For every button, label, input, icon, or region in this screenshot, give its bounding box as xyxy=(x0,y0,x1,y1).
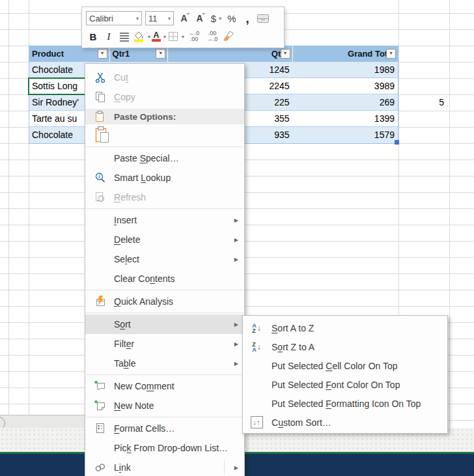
submenu-item-label: Sort Z to A xyxy=(272,342,314,352)
submenu-item-label: Put Selected Font Color On Top xyxy=(272,380,400,390)
menu-separator xyxy=(86,417,244,417)
menu-item-clear-contents[interactable]: Clear Contents xyxy=(85,269,244,288)
menu-item-link[interactable]: Link▶ xyxy=(85,458,244,476)
submenu-item-put-selected-font-color-on-top[interactable]: Put Selected Font Color On Top xyxy=(243,375,447,394)
font-name-select[interactable]: Calibri ▾ xyxy=(86,11,142,25)
chevron-down-icon: ▾ xyxy=(148,34,150,40)
italic-button[interactable]: I xyxy=(102,29,116,44)
submenu-item-custom-sort[interactable]: ↓↑Custom Sort… xyxy=(243,413,447,432)
submenu-item-put-selected-formatting-icon-on-top[interactable]: Put Selected Formatting Icon On Top xyxy=(243,394,447,413)
mini-toolbar-row-2: B I ▾ A ▾ ▾ ←.0 xyxy=(86,27,280,46)
svg-text:↔: ↔ xyxy=(260,16,266,22)
menu-item-filter[interactable]: Filter▶ xyxy=(85,334,244,354)
fill-color-button[interactable]: ▾ xyxy=(133,29,150,44)
font-name-value: Calibri xyxy=(89,14,113,23)
menu-item-label: Pick From Drop-down List… xyxy=(114,443,228,453)
submenu-item-label: Put Selected Cell Color On Top xyxy=(272,361,398,371)
mini-toolbar: Calibri ▾ 11 ▾ A ˆ A ˇ $ ▾ % xyxy=(81,7,285,48)
filter-dropdown-icon[interactable]: ▾ xyxy=(156,49,165,59)
column-header-product[interactable]: Product▾ xyxy=(29,46,110,62)
paste-icon xyxy=(92,111,109,122)
font-color-icon: A xyxy=(152,31,161,42)
font-color-button[interactable]: A ▾ xyxy=(152,29,166,44)
submenu-arrow-icon: ▶ xyxy=(234,257,238,262)
menu-item-label: Sort xyxy=(114,319,131,329)
submenu-arrow-icon: ▶ xyxy=(234,237,238,243)
sort-za-icon: ZA↓ xyxy=(248,342,265,352)
menu-item-quick-analysis[interactable]: Quick Analysis xyxy=(85,292,244,311)
cell-grand_total[interactable]: 3989 xyxy=(293,78,398,94)
menu-item-label: Insert xyxy=(114,215,137,225)
menu-item-cut: Cut xyxy=(85,68,244,87)
cell-grand_total[interactable]: 269 xyxy=(293,94,398,110)
chevron-down-icon: ▾ xyxy=(163,34,166,40)
borders-button[interactable]: ▾ xyxy=(167,29,184,44)
cell-grand_total[interactable]: 1399 xyxy=(293,111,398,126)
new-note-icon xyxy=(92,400,109,412)
menu-item-new-comment[interactable]: New Comment xyxy=(85,376,244,396)
menu-item-sort[interactable]: Sort▶ xyxy=(85,315,244,334)
column-header-qtr1[interactable]: Qtr1▾ xyxy=(110,46,169,62)
menu-separator xyxy=(86,147,244,147)
comma-style-button[interactable]: , xyxy=(240,10,255,26)
merge-center-icon[interactable]: ↔ xyxy=(256,10,270,26)
submenu-arrow-icon: ▶ xyxy=(234,361,238,367)
submenu-arrow-icon: ▶ xyxy=(234,465,238,471)
caret-down-icon: ˇ xyxy=(202,12,205,20)
menu-item-select[interactable]: Select▶ xyxy=(85,249,244,269)
menu-item-new-note[interactable]: New Note xyxy=(85,396,244,415)
menu-item-copy: Copy xyxy=(85,87,244,107)
scissors-icon xyxy=(92,72,109,83)
shrink-font-button[interactable]: A ˇ xyxy=(193,10,208,26)
menu-item-label: Copy xyxy=(114,92,135,102)
menu-label-paste-options: Paste Options: xyxy=(85,109,244,124)
fill-handle[interactable] xyxy=(395,140,399,145)
submenu-item-sort-a-to-z[interactable]: AZ↓Sort A to Z xyxy=(243,318,447,337)
menu-separator xyxy=(86,374,244,375)
copy-icon xyxy=(92,91,109,103)
align-center-icon[interactable] xyxy=(117,29,132,44)
menu-item-pick-from-dropdown-list[interactable]: Pick From Drop-down List… xyxy=(85,438,244,458)
table-header-row: Product▾Qtr1▾Qtr2▾Grand Total▾ xyxy=(29,46,398,62)
submenu-item-sort-z-to-a[interactable]: ZA↓Sort Z to A xyxy=(243,337,447,356)
menu-item-insert[interactable]: Insert▶ xyxy=(85,210,244,230)
cell-grand_total[interactable]: 1989 xyxy=(293,62,398,77)
menu-item-delete[interactable]: Delete▶ xyxy=(85,230,244,249)
submenu-item-put-selected-cell-color-on-top[interactable]: Put Selected Cell Color On Top xyxy=(243,356,447,375)
menu-item-label: Link xyxy=(114,462,131,473)
paste-options-row xyxy=(85,124,244,145)
font-size-value: 11 xyxy=(148,14,158,23)
menu-item-label: Paste Special… xyxy=(114,153,179,163)
column-header-grand-total[interactable]: Grand Total▾ xyxy=(293,46,398,62)
menu-item-smart-lookup[interactable]: iSmart Lookup xyxy=(85,168,244,188)
submenu-item-label: Custom Sort… xyxy=(272,417,331,428)
menu-item-label: Select xyxy=(114,254,139,264)
filter-dropdown-icon[interactable]: ▾ xyxy=(98,49,107,59)
cell-grand_total[interactable]: 1579 xyxy=(293,127,398,143)
mini-toolbar-row-1: Calibri ▾ 11 ▾ A ˆ A ˇ $ ▾ % xyxy=(86,9,280,27)
cell-outside-table[interactable]: 5 xyxy=(398,94,448,111)
menu-item-label: Filter xyxy=(114,339,134,349)
column-header-qtr2[interactable]: Qtr2▾ xyxy=(168,46,292,62)
decrease-decimal-button[interactable]: .00 →.0 xyxy=(204,29,221,44)
increase-decimal-button[interactable]: ←.0 .00 xyxy=(186,29,202,44)
submenu-arrow-icon: ▶ xyxy=(234,322,238,328)
menu-item-refresh: Refresh xyxy=(85,188,244,207)
menu-item-paste-special[interactable]: Paste Special… xyxy=(85,148,244,168)
accounting-format-button[interactable]: $ ▾ xyxy=(209,10,223,26)
chevron-down-icon: ▾ xyxy=(219,16,221,21)
bold-button[interactable]: B xyxy=(86,29,100,44)
menu-item-table[interactable]: Table▶ xyxy=(85,354,244,373)
filter-dropdown-icon[interactable]: ▾ xyxy=(281,49,290,59)
menu-item-label: Quick Analysis xyxy=(114,296,173,307)
caret-up-icon: ˆ xyxy=(187,12,189,20)
menu-item-format-cells[interactable]: Format Cells… xyxy=(85,419,244,438)
column-gridline xyxy=(8,0,9,430)
submenu-arrow-icon: ▶ xyxy=(234,217,238,223)
paste-button[interactable] xyxy=(93,126,111,144)
filter-dropdown-icon[interactable]: ▾ xyxy=(386,49,396,59)
format-painter-icon[interactable] xyxy=(222,29,236,44)
percent-style-button[interactable]: % xyxy=(225,10,239,26)
font-size-select[interactable]: 11 ▾ xyxy=(145,11,174,25)
grow-font-button[interactable]: A ˆ xyxy=(178,10,192,26)
